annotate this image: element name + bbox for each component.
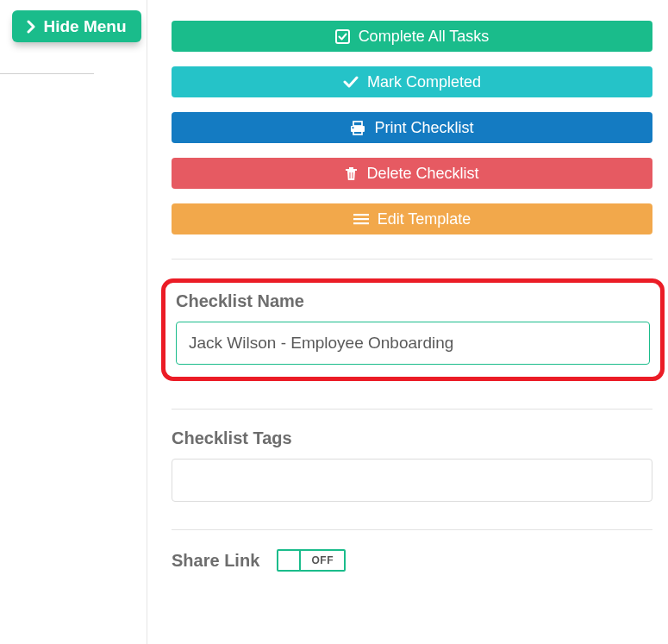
delete-checklist-button[interactable]: Delete Checklist [172,158,652,189]
checklist-name-input[interactable] [176,322,650,365]
svg-rect-6 [349,167,353,169]
check-square-icon [335,29,350,44]
divider [172,259,652,259]
print-checklist-label: Print Checklist [374,119,473,137]
hide-menu-button[interactable]: Hide Menu [12,10,141,42]
checklist-name-highlight: Checklist Name [161,278,665,381]
mark-completed-button[interactable]: Mark Completed [172,66,652,97]
complete-all-tasks-label: Complete All Tasks [359,28,490,46]
svg-rect-9 [353,214,369,216]
svg-rect-10 [353,218,369,220]
divider [172,529,652,530]
sidebar-divider [0,73,94,74]
svg-rect-5 [346,169,357,171]
svg-rect-1 [353,122,362,126]
complete-all-tasks-button[interactable]: Complete All Tasks [172,21,652,52]
check-icon [343,76,359,88]
hide-menu-label: Hide Menu [43,17,126,36]
print-checklist-button[interactable]: Print Checklist [172,112,652,143]
trash-icon [345,166,358,181]
list-icon [353,213,369,225]
edit-template-button[interactable]: Edit Template [172,203,652,234]
toggle-handle [278,551,301,570]
share-link-label: Share Link [172,551,259,571]
checklist-tags-label: Checklist Tags [172,428,652,448]
mark-completed-label: Mark Completed [367,73,481,91]
svg-rect-4 [353,127,354,128]
share-link-toggle[interactable]: OFF [277,549,346,572]
delete-checklist-label: Delete Checklist [366,165,478,183]
checklist-name-label: Checklist Name [176,291,650,311]
edit-template-label: Edit Template [378,210,471,228]
toggle-state-label: OFF [301,551,344,570]
svg-rect-0 [336,30,349,43]
chevron-right-icon [27,20,36,34]
svg-rect-7 [350,172,351,178]
main-panel: Complete All Tasks Mark Completed Print … [147,0,665,644]
svg-rect-11 [353,222,369,224]
svg-rect-8 [353,172,353,178]
divider [172,409,652,410]
checklist-tags-input[interactable] [172,459,652,502]
print-icon [350,121,365,135]
